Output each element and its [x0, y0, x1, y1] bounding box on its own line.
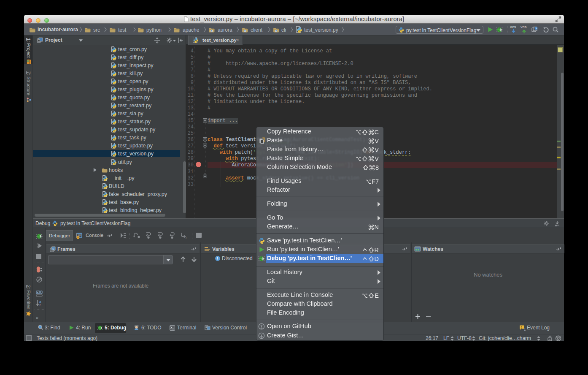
svg-text:I: I — [185, 236, 187, 239]
svg-text:VCS: VCS — [510, 26, 516, 29]
svg-text:1: 1 — [524, 328, 526, 331]
svg-text:z: z — [39, 303, 41, 307]
svg-text:VCS: VCS — [521, 26, 527, 29]
svg-text:s: s — [52, 247, 54, 250]
